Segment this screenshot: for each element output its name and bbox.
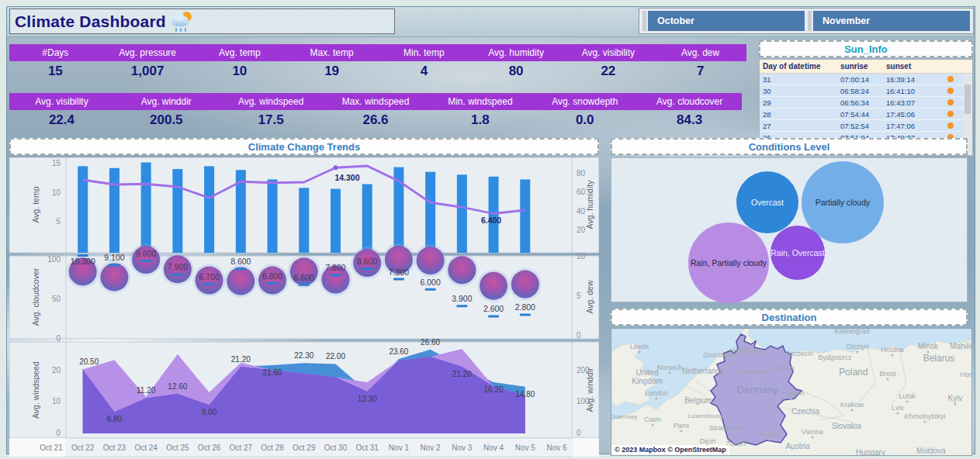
svg-text:100: 100 — [47, 255, 61, 264]
svg-text:21.20: 21.20 — [231, 355, 251, 364]
sun-row[interactable]: 2707:52:5417:47:06 — [760, 120, 972, 132]
cloudcover-bubble — [100, 263, 128, 291]
climate-trends-chart[interactable]: 51015204060800501000510010200100200Avg. … — [9, 157, 599, 457]
sun-col-2: sunset — [883, 60, 929, 74]
svg-text:Avg. winddir: Avg. winddir — [585, 368, 594, 412]
sun-row[interactable]: 3006:58:2416:41:10 — [760, 85, 972, 97]
map-label: Paris — [674, 422, 690, 430]
svg-text:Oct 30: Oct 30 — [324, 443, 348, 452]
sun-col-0: Day of datetime — [760, 60, 837, 74]
kpi1-value-0: 15 — [9, 64, 102, 79]
svg-text:Nov 6: Nov 6 — [546, 443, 567, 452]
svg-text:Oct 31: Oct 31 — [355, 443, 379, 452]
kpi2-value-3: 26.6 — [324, 112, 428, 128]
map-label: Hrodna — [881, 346, 904, 354]
svg-text:Avg. dew: Avg. dew — [585, 280, 594, 313]
humidity-bar — [109, 168, 119, 253]
svg-text:80: 80 — [577, 169, 586, 178]
month-button-october[interactable]: October — [648, 11, 805, 31]
map-label: Munich — [758, 430, 781, 438]
svg-text:Avg. windspeed: Avg. windspeed — [31, 361, 40, 419]
svg-text:0: 0 — [56, 429, 61, 437]
kpi2-value-0: 22.4 — [9, 112, 114, 128]
map-label: Netherlands — [682, 367, 724, 375]
map-label: Groningen — [703, 351, 736, 359]
map-label: Szczecin — [785, 350, 813, 357]
kpi1-value-4: 4 — [378, 64, 470, 79]
sunny-dot-icon — [947, 99, 954, 105]
month-button-november[interactable]: November — [813, 11, 970, 31]
map-label: Hamburg — [732, 347, 761, 354]
map-canvas[interactable]: LeedsNorwichUnitedKingdomLondonGuernseyC… — [611, 329, 972, 456]
svg-text:0: 0 — [56, 334, 61, 343]
drag-handle[interactable] — [808, 11, 812, 31]
map-label: London — [645, 389, 668, 397]
scrollbar-thumb[interactable] — [964, 85, 971, 114]
sun-row[interactable]: 2906:56:3416:43:07 — [760, 97, 972, 109]
svg-text:9.100: 9.100 — [104, 253, 124, 262]
sun-col-3 — [929, 60, 972, 74]
map-label: Dijon — [700, 437, 716, 445]
map-label: Germany — [736, 384, 778, 395]
svg-text:0: 0 — [577, 331, 581, 340]
svg-text:Oct 27: Oct 27 — [230, 443, 253, 452]
dew-dash — [299, 284, 310, 286]
svg-text:Avg. temp: Avg. temp — [31, 186, 40, 223]
kpi1-value-2: 10 — [194, 64, 286, 79]
kpi-row2-header: Avg. visibilityAvg. winddirAvg. windspee… — [9, 93, 742, 110]
sunny-dot-icon — [947, 123, 954, 129]
svg-text:8.600: 8.600 — [357, 257, 377, 266]
kpi2-label-1: Avg. winddir — [114, 93, 219, 110]
sun-info-title: Sun_Info — [844, 43, 888, 55]
svg-text:3.900: 3.900 — [452, 294, 472, 303]
svg-text:Nov 3: Nov 3 — [452, 443, 473, 452]
cloudcover-bubble — [448, 256, 476, 284]
kpi1-label-5: Avg. humidity — [470, 44, 563, 61]
svg-text:11.20: 11.20 — [137, 386, 156, 395]
sun-col-1: sunrise — [837, 60, 883, 74]
dew-dash — [425, 288, 436, 291]
svg-text:12.60: 12.60 — [168, 382, 187, 391]
sun-row[interactable]: 3107:00:1416:39:14 — [760, 74, 972, 85]
kpi1-label-0: #Days — [9, 44, 102, 61]
kpi2-label-0: Avg. visibility — [9, 93, 114, 110]
dew-dash — [330, 274, 341, 276]
map-label: Belgium — [684, 396, 712, 405]
svg-text:15: 15 — [52, 159, 61, 167]
kpi1-label-2: Avg. temp — [194, 44, 286, 61]
conditions-level-chart[interactable]: OvercastPartially cloudyRain, Partially … — [611, 157, 968, 302]
cloudcover-bubble — [480, 272, 507, 300]
kpi1-value-1: 1,007 — [102, 64, 194, 79]
condition-bubble-overcast[interactable]: Overcast — [736, 171, 798, 233]
condition-bubble-rain-partially-cloudy[interactable]: Rain, Partially cloudy — [688, 223, 769, 303]
svg-text:50: 50 — [52, 295, 61, 303]
svg-text:5: 5 — [56, 217, 61, 226]
kpi1-value-6: 22 — [563, 64, 655, 79]
kpi2-label-6: Avg. cloudcover — [637, 93, 742, 110]
month-filter-frame: October November — [639, 8, 974, 34]
destination-map[interactable]: LeedsNorwichUnitedKingdomLondonGuernseyC… — [611, 328, 972, 456]
svg-text:Oct 25: Oct 25 — [166, 443, 189, 452]
humidity-bar — [425, 172, 435, 253]
svg-text:8.600: 8.600 — [230, 257, 251, 266]
svg-text:7.800: 7.800 — [325, 263, 345, 272]
svg-text:14.300: 14.300 — [334, 173, 359, 182]
svg-text:14.80: 14.80 — [515, 390, 535, 399]
svg-text:Oct 24: Oct 24 — [134, 443, 158, 452]
sun-row[interactable]: 2807:54:4417:45:06 — [760, 109, 972, 120]
map-label: Khmelnytskyi — [904, 412, 945, 420]
kpi1-value-3: 19 — [286, 64, 378, 79]
condition-bubble-rain-overcast[interactable]: Rain, Overcast — [770, 226, 825, 280]
map-label: Czechia — [791, 407, 820, 416]
kpi1-label-1: Avg. pressure — [102, 44, 194, 61]
sunny-dot-icon — [947, 88, 954, 94]
dew-dash — [140, 260, 151, 262]
destination-title-box: Destination — [611, 309, 968, 326]
sun-behind-rain-cloud-icon — [171, 12, 195, 32]
map-label: Poland — [839, 367, 867, 378]
map-label: Krakow — [840, 401, 864, 409]
page-title: Climate Dashboard — [15, 12, 166, 31]
svg-text:10: 10 — [577, 252, 586, 261]
drag-handle[interactable] — [642, 11, 646, 31]
humidity-bar — [78, 166, 88, 253]
